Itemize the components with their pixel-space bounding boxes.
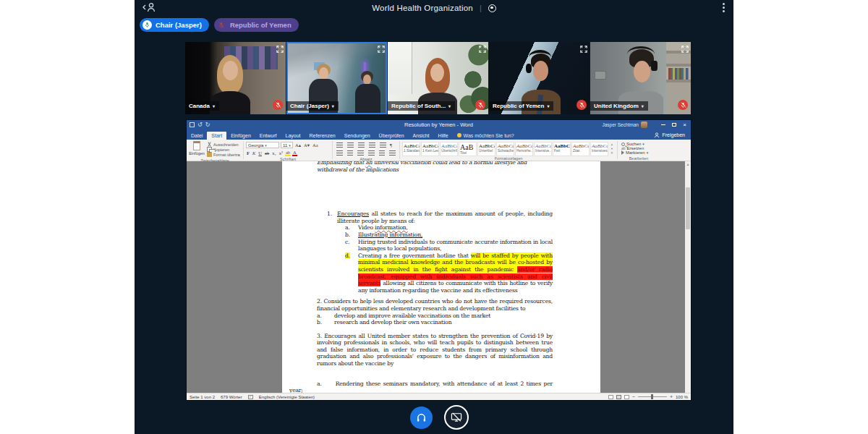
increase-indent-icon[interactable] (380, 142, 386, 144)
video-tile[interactable]: Republic of Yemen▾ (489, 42, 590, 114)
ribbon-tab-einfügen[interactable]: Einfügen (226, 132, 255, 140)
subscript-button[interactable]: x₂ (271, 150, 277, 156)
tile-name-menu[interactable]: Republic of Yemen▾ (489, 101, 553, 111)
style-chip[interactable]: AaBbCcDc1 Standard (402, 142, 420, 156)
underline-button[interactable]: U (258, 150, 263, 156)
multilevel-list-icon[interactable] (358, 142, 365, 144)
share-button[interactable]: Freigeben (648, 132, 691, 140)
style-chip[interactable]: AaBbCcDcSchwache... (496, 142, 514, 156)
zoom-slider-thumb[interactable] (651, 394, 653, 399)
justify-icon[interactable] (368, 150, 375, 152)
read-mode-icon[interactable] (608, 395, 613, 399)
document-page[interactable]: Emphasizing that an universal vaccinatio… (282, 161, 600, 393)
align-center-icon[interactable] (347, 150, 354, 152)
cut-button[interactable]: Ausschneiden (207, 142, 240, 147)
align-left-icon[interactable] (336, 150, 343, 152)
tile-name-menu[interactable]: United Kingdom▾ (590, 101, 648, 111)
ribbon-tab-entwurf[interactable]: Entwurf (255, 132, 281, 140)
save-icon[interactable] (190, 122, 195, 127)
expand-tile-icon[interactable] (580, 44, 587, 55)
tile-name-menu[interactable]: Canada▾ (185, 101, 219, 111)
tell-me-box[interactable]: Was möchten Sie tun? (453, 133, 519, 140)
pilcrow-button[interactable]: ¶ (389, 142, 393, 148)
vertical-scrollbar[interactable]: ▲ (685, 161, 691, 393)
bullet-list-icon[interactable] (336, 142, 343, 144)
signed-in-user[interactable]: Jasper Sechtman (602, 120, 647, 129)
font-family-select[interactable]: Georgia▾ (246, 142, 279, 148)
redo-icon[interactable]: ↻ (205, 122, 210, 127)
style-chip[interactable]: AaBbCcDcFett (553, 142, 571, 156)
style-chip[interactable]: AaBbCcDUntertitel (477, 142, 495, 156)
style-label: Fett (554, 149, 560, 153)
ribbon-tab-referenzen[interactable]: Referenzen (305, 132, 340, 140)
style-chip[interactable]: AaBbCcÜberschrif... (440, 142, 458, 156)
style-chip[interactable]: AaBbCcDc1 Kein Lee... (421, 142, 439, 156)
expand-tile-icon[interactable] (378, 44, 385, 55)
undo-icon[interactable]: ↺ (197, 122, 203, 127)
chair-badge-label: Chair (Jasper) (156, 21, 202, 29)
format-painter-button[interactable]: Format übertragen (207, 152, 240, 157)
chair-badge[interactable]: Chair (Jasper) (140, 18, 209, 32)
paste-button[interactable]: Einfügen (189, 141, 205, 158)
ribbon-tab-überprüfen[interactable]: Überprüfen (375, 132, 409, 140)
video-scene-shape (363, 75, 371, 85)
zoom-in-button[interactable]: + (670, 394, 673, 399)
ribbon-tab-layout[interactable]: Layout (281, 132, 305, 140)
delegation-badge[interactable]: Republic of Yemen (214, 18, 299, 32)
grow-font-button[interactable]: A▴ (294, 142, 302, 148)
align-right-icon[interactable] (357, 150, 364, 152)
tile-name-menu[interactable]: Republic of South...▾ (388, 101, 455, 111)
expand-tile-icon[interactable] (681, 44, 689, 55)
italic-button[interactable]: K (252, 150, 256, 156)
video-tile[interactable]: Chair (Jasper)▾ (286, 42, 387, 114)
video-tile[interactable]: United Kingdom▾ (590, 42, 691, 114)
ribbon-tab-start[interactable]: Start (207, 132, 226, 140)
line-spacing-icon[interactable] (379, 150, 386, 152)
borders-icon[interactable] (389, 150, 396, 152)
select-button[interactable]: Markieren▾ (621, 150, 656, 155)
styles-gallery-scroll[interactable]: ▴▾≡ (609, 141, 615, 156)
tile-name-menu[interactable]: Chair (Jasper)▾ (286, 101, 339, 111)
style-chip[interactable]: AaBbCcDcZitat (571, 142, 590, 156)
highlight-color-button[interactable]: ab (285, 150, 291, 156)
web-layout-icon[interactable] (624, 395, 629, 399)
style-chip[interactable]: AaBbCcDcIntensives... (590, 142, 608, 156)
style-sample: AaB (460, 143, 473, 151)
ribbon-tab-hilfe[interactable]: Hilfe (434, 132, 453, 140)
expand-tile-icon[interactable] (479, 44, 486, 55)
close-icon[interactable]: × (683, 122, 686, 128)
kebab-menu-icon[interactable] (723, 3, 725, 12)
strikethrough-button[interactable]: ab (264, 150, 270, 156)
superscript-button[interactable]: x² (278, 150, 284, 156)
zoom-out-button[interactable]: − (632, 394, 635, 399)
video-tile[interactable]: Republic of South...▾ (388, 42, 488, 114)
page-count[interactable]: Seite 1 von 2 (190, 395, 215, 399)
ribbon-tab-sendungen[interactable]: Sendungen (340, 132, 375, 140)
style-chip[interactable]: AaBbCcDcIntensive... (534, 142, 552, 156)
video-scene-shape (223, 61, 238, 80)
change-case-button[interactable]: Aa (312, 142, 319, 148)
style-chip[interactable]: AaBbCcDcHervorhe... (515, 142, 533, 156)
expand-tile-icon[interactable] (276, 44, 284, 55)
language-status[interactable]: Englisch (Vereinigte Staaten) (259, 395, 315, 399)
word-count[interactable]: 679 Wörter (221, 395, 242, 399)
shrink-font-button[interactable]: A▾ (303, 142, 310, 148)
audio-settings-button[interactable] (410, 407, 433, 429)
copy-button[interactable]: Kopieren (207, 147, 240, 152)
ribbon-tab-datei[interactable]: Datei (187, 132, 207, 140)
proofing-status-icon[interactable]: ✓ (248, 395, 253, 399)
restore-icon[interactable] (672, 123, 676, 127)
font-size-select[interactable]: 11▾ (281, 142, 293, 148)
style-chip[interactable]: AaBTitel (459, 142, 477, 156)
video-tile[interactable]: Canada▾ (185, 42, 286, 114)
decrease-indent-icon[interactable] (369, 142, 375, 144)
minimize-icon[interactable] (661, 124, 665, 125)
font-color-button[interactable]: A (292, 150, 297, 156)
numbered-list-icon[interactable] (347, 142, 354, 144)
scrollbar-thumb[interactable] (686, 187, 690, 229)
bold-button[interactable]: F (246, 150, 250, 156)
print-layout-icon[interactable] (616, 395, 621, 399)
screenshare-toggle-button[interactable] (444, 405, 469, 430)
zoom-slider[interactable] (638, 396, 667, 397)
ribbon-tab-ansicht[interactable]: Ansicht (409, 132, 434, 140)
